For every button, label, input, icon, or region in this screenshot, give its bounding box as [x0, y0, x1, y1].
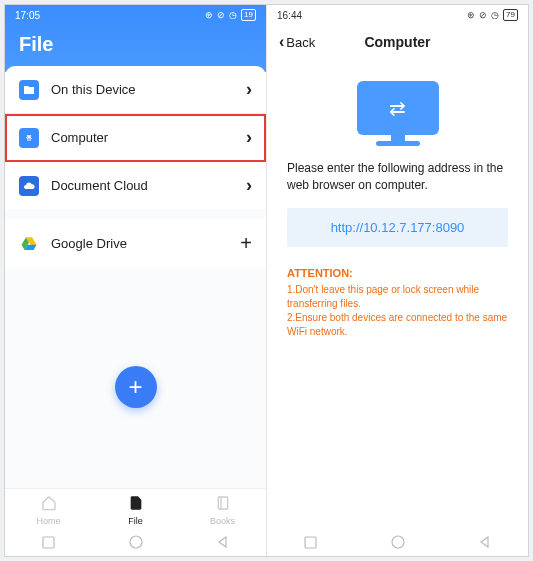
row-label: On this Device — [51, 82, 234, 97]
alarm-icon: ⊛ — [205, 10, 213, 20]
chevron-right-icon: › — [246, 175, 252, 196]
transfer-icon: ⇄ — [389, 96, 406, 120]
plus-icon: + — [240, 232, 252, 255]
nav-books[interactable]: Books — [179, 495, 266, 526]
battery-indicator: 19 — [241, 9, 256, 21]
svg-point-2 — [130, 536, 142, 548]
home-button[interactable] — [390, 534, 406, 550]
row-google-drive[interactable]: Google Drive + — [5, 219, 266, 268]
nav-label: Home — [36, 516, 60, 526]
svg-point-4 — [392, 536, 404, 548]
svg-rect-3 — [305, 537, 316, 548]
attention-heading: ATTENTION: — [267, 261, 528, 283]
svg-rect-1 — [43, 537, 54, 548]
add-fab-button[interactable]: + — [115, 366, 157, 408]
nav-file[interactable]: File — [92, 495, 179, 526]
status-bar-right: 16:44 ⊛ ⊘ ◷ 79 — [267, 5, 528, 25]
back-button[interactable]: ‹ Back — [279, 33, 315, 51]
attention-line-2: 2.Ensure both devices are connected to t… — [267, 311, 528, 339]
left-header: 17:05 ⊛ ⊘ ◷ 19 File — [5, 5, 266, 72]
attention-line-1: 1.Don't leave this page or lock screen w… — [267, 283, 528, 311]
google-drive-icon — [19, 234, 39, 254]
recent-apps-button[interactable] — [303, 534, 319, 550]
status-bar-left: 17:05 ⊛ ⊘ ◷ 19 — [5, 5, 266, 25]
nav-label: Books — [210, 516, 235, 526]
battery-indicator: 79 — [503, 9, 518, 21]
section-gap — [5, 209, 266, 219]
clock-icon: ◷ — [491, 10, 499, 20]
row-label: Google Drive — [51, 236, 228, 251]
locations-card: On this Device › Computer › Document Clo… — [5, 66, 266, 268]
back-button[interactable] — [477, 534, 493, 550]
status-right: ⊛ ⊘ ◷ 19 — [205, 9, 256, 21]
monitor-base — [376, 141, 420, 146]
dnd-icon: ⊘ — [479, 10, 487, 20]
android-nav-bar — [5, 528, 266, 556]
status-time: 16:44 — [277, 10, 302, 21]
page-title: File — [5, 25, 266, 60]
plus-icon: + — [128, 373, 142, 401]
recent-apps-button[interactable] — [41, 534, 57, 550]
row-on-this-device[interactable]: On this Device › — [5, 66, 266, 114]
back-label: Back — [286, 35, 315, 50]
alarm-icon: ⊛ — [467, 10, 475, 20]
book-icon — [215, 495, 231, 514]
nav-home[interactable]: Home — [5, 495, 92, 526]
server-url[interactable]: http://10.12.7.177:8090 — [287, 208, 508, 247]
cloud-icon — [19, 176, 39, 196]
phone-right: 16:44 ⊛ ⊘ ◷ 79 ‹ Back Computer ⇄ — [267, 5, 528, 556]
clock-icon: ◷ — [229, 10, 237, 20]
right-body: ⇄ Please enter the following address in … — [267, 63, 528, 528]
chevron-right-icon: › — [246, 127, 252, 148]
status-right: ⊛ ⊘ ◷ 79 — [467, 9, 518, 21]
chevron-left-icon: ‹ — [279, 33, 284, 51]
row-document-cloud[interactable]: Document Cloud › — [5, 162, 266, 209]
page-title: Computer — [364, 34, 430, 50]
left-content: On this Device › Computer › Document Clo… — [5, 72, 266, 488]
file-icon — [128, 495, 144, 514]
svg-rect-0 — [218, 497, 227, 509]
phone-left: 17:05 ⊛ ⊘ ◷ 19 File On this Device › — [5, 5, 267, 556]
chevron-right-icon: › — [246, 79, 252, 100]
android-nav-bar — [267, 528, 528, 556]
home-icon — [41, 495, 57, 514]
instructions-text: Please enter the following address in th… — [267, 160, 528, 194]
home-button[interactable] — [128, 534, 144, 550]
dnd-icon: ⊘ — [217, 10, 225, 20]
right-header: ‹ Back Computer — [267, 25, 528, 63]
bottom-nav: Home File Books — [5, 488, 266, 528]
monitor-screen-icon: ⇄ — [357, 81, 439, 135]
status-time: 17:05 — [15, 10, 40, 21]
back-button[interactable] — [215, 534, 231, 550]
row-label: Document Cloud — [51, 178, 234, 193]
computer-illustration: ⇄ — [267, 63, 528, 160]
row-label: Computer — [51, 130, 234, 145]
nav-label: File — [128, 516, 143, 526]
folder-icon — [19, 80, 39, 100]
screenshot-container: 17:05 ⊛ ⊘ ◷ 19 File On this Device › — [4, 4, 529, 557]
row-computer[interactable]: Computer › — [5, 114, 266, 162]
computer-icon — [19, 128, 39, 148]
